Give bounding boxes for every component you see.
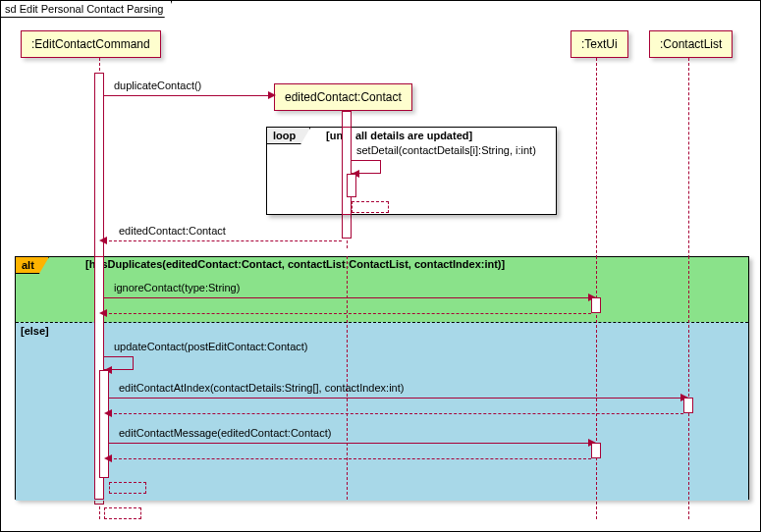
lifeline-edited-contact-overlay bbox=[347, 256, 348, 500]
msg-ignore-contact-line bbox=[104, 297, 591, 298]
msg-return-edited-arrow bbox=[99, 237, 107, 244]
activation-text-ui-1 bbox=[591, 297, 601, 313]
participant-edit-command: :EditContactCommand bbox=[21, 30, 161, 58]
msg-edit-contact-message-return bbox=[109, 458, 591, 459]
diagram-frame-title: sd Edit Personal Contact Parsing bbox=[1, 1, 172, 18]
activation-text-ui-2 bbox=[591, 443, 601, 458]
sequence-diagram: sd Edit Personal Contact Parsing :EditCo… bbox=[0, 0, 761, 532]
alt-separator bbox=[16, 322, 748, 323]
participant-edited-contact: editedContact:Contact bbox=[274, 83, 412, 111]
msg-edit-at-index-label: editContactAtIndex(contactDetails:String… bbox=[119, 382, 404, 394]
msg-return-edited-label: editedContact:Contact bbox=[119, 225, 226, 237]
msg-edit-at-index-line bbox=[109, 398, 683, 399]
msg-edit-contact-message-line bbox=[109, 443, 591, 444]
msg-edit-at-index-return bbox=[109, 413, 683, 414]
msg-update-contact-label: updateContact(postEditContact:Contact) bbox=[114, 341, 308, 352]
activation-set-detail bbox=[347, 174, 356, 197]
destroy-edit-command bbox=[104, 507, 141, 519]
loop-label: loop bbox=[267, 128, 310, 144]
msg-ignore-contact-return-arrow bbox=[99, 309, 107, 317]
alt-guard-1: [hasDuplicates(editedContact:Contact, co… bbox=[85, 258, 505, 270]
destroy-set-detail bbox=[352, 201, 389, 213]
msg-duplicate-contact-line bbox=[104, 95, 271, 96]
participant-text-ui: :TextUi bbox=[571, 30, 628, 58]
msg-ignore-contact-return bbox=[104, 313, 591, 314]
loop-frame: loop [until all details are updated] bbox=[266, 127, 557, 215]
lifeline-contact-list-overlay bbox=[688, 256, 689, 500]
msg-set-detail-label: setDetail(contactDetails[i]:String, i:in… bbox=[356, 144, 536, 156]
lifeline-text-ui-overlay bbox=[596, 256, 597, 500]
activation-edited-contact-overlay bbox=[342, 127, 352, 215]
msg-duplicate-contact-arrow bbox=[268, 91, 276, 99]
alt-guard-2: [else] bbox=[21, 325, 49, 337]
destroy-update-contact bbox=[109, 482, 146, 494]
msg-edit-contact-message-return-arrow bbox=[104, 454, 112, 462]
msg-edit-at-index-return-arrow bbox=[104, 409, 112, 417]
participant-contact-list: :ContactList bbox=[649, 30, 733, 58]
msg-duplicate-contact-label: duplicateContact() bbox=[114, 80, 201, 91]
msg-return-edited-line bbox=[104, 240, 342, 241]
activation-contact-list bbox=[683, 398, 693, 413]
msg-edit-contact-message-label: editContactMessage(editedContact:Contact… bbox=[119, 427, 331, 439]
msg-ignore-contact-label: ignoreContact(type:String) bbox=[114, 282, 240, 293]
